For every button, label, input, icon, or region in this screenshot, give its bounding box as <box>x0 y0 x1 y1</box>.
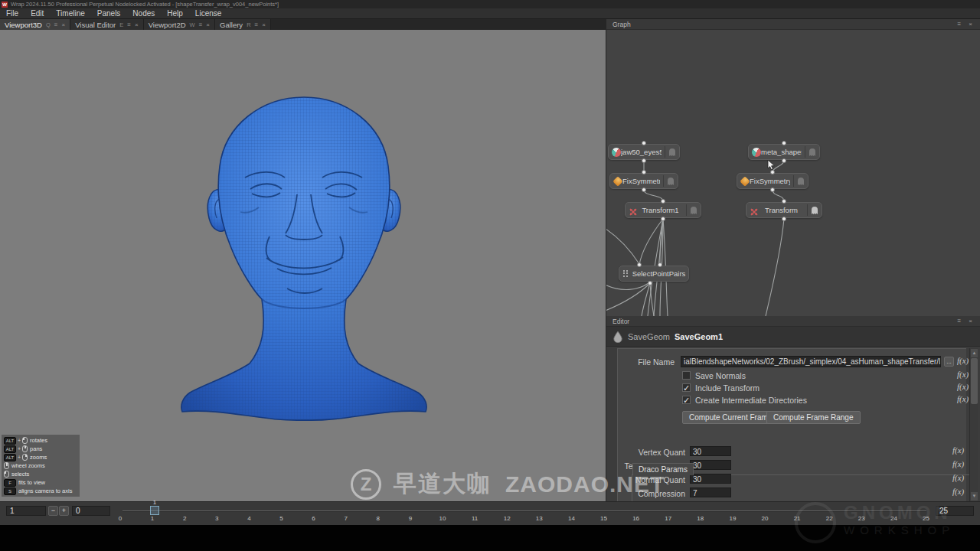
gnomon-text: GNOMON <box>844 502 952 523</box>
checkbox-1[interactable]: ✓ <box>682 383 691 392</box>
node-graph-canvas[interactable]: jaw50_eyes50 meta_shapes FixSymmetry1 Fi… <box>606 30 980 316</box>
checkbox-label: Include Transform <box>695 383 760 393</box>
node-port[interactable] <box>658 262 662 267</box>
fx-expression-button[interactable]: f(x) <box>957 394 969 403</box>
visibility-ghost-icon[interactable] <box>664 178 678 185</box>
fixsymmetry-node-icon <box>740 176 750 187</box>
fx-expression-button[interactable]: f(x) <box>952 445 964 455</box>
menu-nodes[interactable]: Nodes <box>126 8 161 18</box>
tab-close-icon[interactable]: × <box>262 21 266 28</box>
tab-close-icon[interactable]: × <box>206 21 210 28</box>
legend-label: fits to view <box>18 479 45 486</box>
tab-menu-icon[interactable]: ≡ <box>127 21 131 28</box>
fx-expression-button[interactable]: f(x) <box>957 370 969 379</box>
current-frame-input[interactable]: 1 <box>6 506 46 516</box>
graph-node-selectpointpairs[interactable]: SelectPointPairs <box>619 266 689 282</box>
menu-file[interactable]: File <box>0 8 24 18</box>
normal-quant-input[interactable]: 30 <box>690 474 731 484</box>
editor-panel-header: Editor ≡ × <box>606 316 980 327</box>
editor-content: File Name ialBlendshapeNetworks/02_ZBrus… <box>617 348 966 501</box>
mouse-left-icon <box>4 471 9 478</box>
node-port[interactable] <box>642 170 646 174</box>
file-name-input[interactable]: ialBlendshapeNetworks/02_ZBrush/_simplex… <box>681 356 941 367</box>
ruler-tick: 14 <box>563 515 580 522</box>
scroll-up-icon[interactable]: ▲ <box>971 349 978 357</box>
tab-visual-editor[interactable]: Visual Editor E ≡ × <box>70 19 144 30</box>
panel-menu-close-icons[interactable]: ≡ × <box>957 318 980 324</box>
checkbox-0[interactable] <box>682 371 691 380</box>
graph-panel-header: Graph ≡ × <box>606 19 980 30</box>
tab-close-icon[interactable]: × <box>61 21 65 28</box>
node-port[interactable] <box>642 187 646 192</box>
node-port[interactable] <box>661 199 665 204</box>
fx-expression-button[interactable]: f(x) <box>957 356 969 365</box>
geometry-node-icon <box>752 148 761 157</box>
menu-panels[interactable]: Panels <box>91 8 127 18</box>
scroll-down-icon[interactable]: ▼ <box>971 492 978 500</box>
tab-viewport3d[interactable]: Viewport3D Q ≡ × <box>0 19 70 30</box>
node-port[interactable] <box>782 158 786 163</box>
graph-node-transform[interactable]: Transform <box>746 202 822 218</box>
node-port[interactable] <box>648 281 652 285</box>
fx-expression-button[interactable]: f(x) <box>952 459 964 468</box>
tab-menu-icon[interactable]: ≡ <box>255 21 259 28</box>
ruler-tick: 7 <box>338 515 354 522</box>
node-port[interactable] <box>782 217 786 221</box>
graph-node-jaw50-eyes50[interactable]: jaw50_eyes50 <box>608 144 680 160</box>
graph-node-meta-shapes[interactable]: meta_shapes <box>748 144 820 160</box>
ruler-tick: 4 <box>240 515 257 522</box>
visibility-ghost-icon[interactable] <box>665 148 679 156</box>
scrollbar-thumb[interactable] <box>971 358 978 404</box>
panel-menu-close-icons[interactable]: ≡ × <box>957 21 980 28</box>
mouse-cursor <box>767 160 776 171</box>
frame-decrement-button[interactable]: − <box>48 506 58 516</box>
visibility-ghost-icon[interactable] <box>687 207 701 214</box>
vertex-quant-input[interactable]: 30 <box>690 446 731 456</box>
legend-row-wheel: wheel zooms <box>4 461 77 470</box>
fx-expression-button[interactable]: f(x) <box>952 473 964 482</box>
window-title: Wrap 2024.11.50 Professional Perpetual N… <box>11 1 279 8</box>
editor-scrollbar[interactable]: ▲ ▼ <box>969 348 978 501</box>
graph-node-transform1[interactable]: Transform1 <box>625 202 701 218</box>
ruler-tick: 0 <box>112 515 129 522</box>
node-port[interactable] <box>642 158 646 163</box>
node-port[interactable] <box>782 199 786 204</box>
compression-input[interactable]: 7 <box>690 487 731 497</box>
compute-current-frame-button[interactable]: Compute Current Frame <box>682 411 779 424</box>
legend-row-fit: F fits to view <box>4 478 77 487</box>
checkbox-2[interactable]: ✓ <box>682 396 691 404</box>
browse-button[interactable]: ... <box>944 357 954 367</box>
watermark-chinese-text: 早道大咖 <box>394 468 492 500</box>
tex-coord-quant-input[interactable]: 30 <box>690 460 731 470</box>
tab-menu-icon[interactable]: ≡ <box>199 21 203 28</box>
tab-viewport2d[interactable]: Viewport2D W ≡ × <box>144 19 215 30</box>
selectpointpairs-node-icon <box>623 270 629 278</box>
visibility-ghost-icon[interactable] <box>805 148 819 156</box>
node-port[interactable] <box>637 262 642 267</box>
menu-timeline[interactable]: Timeline <box>50 8 90 18</box>
node-port[interactable] <box>642 141 646 145</box>
fx-expression-button[interactable]: f(x) <box>952 487 964 496</box>
node-port[interactable] <box>782 141 786 145</box>
timeline-playhead[interactable] <box>150 506 159 515</box>
start-frame-input[interactable]: 0 <box>72 506 110 516</box>
fx-expression-button[interactable]: f(x) <box>957 382 969 391</box>
viewport-3d[interactable]: ALT + rotates ALT + pans ALT + zooms whe… <box>0 30 606 501</box>
tab-menu-icon[interactable]: ≡ <box>54 21 58 28</box>
visibility-ghost-icon[interactable] <box>808 207 822 214</box>
graph-node-fixsymmetry2[interactable]: FixSymmetry2 <box>737 173 808 189</box>
menu-edit[interactable]: Edit <box>24 8 50 18</box>
compute-frame-range-button[interactable]: Compute Frame Range <box>766 411 861 424</box>
graph-node-fixsymmetry1[interactable]: FixSymmetry1 <box>609 173 678 189</box>
head-mesh-3d-model[interactable] <box>0 30 606 501</box>
menu-license[interactable]: License <box>189 8 227 18</box>
tab-gallery[interactable]: Gallery R ≡ × <box>215 19 271 30</box>
mouse-right-icon <box>22 454 28 461</box>
frame-increment-button[interactable]: + <box>59 506 69 516</box>
menu-help[interactable]: Help <box>161 8 189 18</box>
visibility-ghost-icon[interactable] <box>794 178 808 185</box>
tab-close-icon[interactable]: × <box>135 21 139 28</box>
transform-node-icon <box>629 206 638 215</box>
node-port[interactable] <box>770 187 775 192</box>
node-port[interactable] <box>661 217 665 221</box>
